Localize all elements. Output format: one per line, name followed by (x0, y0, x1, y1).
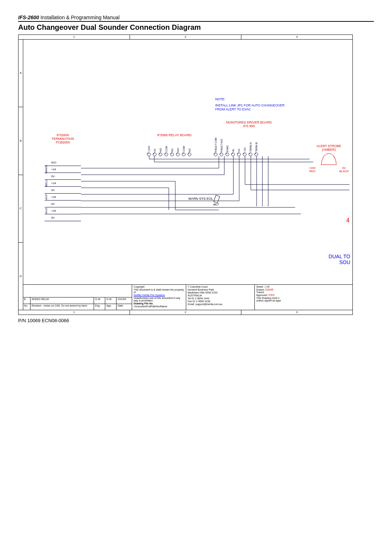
pin: TERM A (249, 137, 252, 156)
term-row: 0V (45, 187, 81, 194)
pin: NO (176, 137, 180, 156)
pin: AL (231, 137, 235, 156)
pin: NC (170, 137, 174, 156)
terminal-icon (254, 153, 258, 156)
dual-tone-label: DUAL TO SOU (328, 254, 350, 265)
bottom-ruler: 1 2 3 (19, 310, 352, 315)
note-heading: NOTE: (215, 97, 288, 101)
resistor-icon (213, 195, 220, 203)
term-row: 0V (45, 200, 81, 207)
section-title: Auto Changeover Dual Sounder Connection … (18, 23, 374, 32)
terminal-icon (225, 153, 229, 156)
term-row: ACF+24 (45, 194, 81, 200)
footer-partno: P/N 10069 ECN08-0066 (18, 318, 374, 323)
term-row: 0V (45, 214, 81, 221)
terminal-icon (249, 153, 252, 156)
terminal-icon (237, 153, 241, 156)
pin: COM (164, 137, 168, 156)
terminal-icon (220, 153, 223, 156)
pin: +24V (147, 137, 151, 156)
meta-block: Sheet: 1 Of: Drawn/ 23/8/05 Traced Appro… (255, 285, 352, 310)
ruler-col: 2 (130, 35, 241, 39)
ruler-col: 2 (130, 310, 241, 315)
driver-pin-strip: FAULT COM FAULT N/O EVAC AL 0V +24 TERM … (214, 137, 258, 156)
pin: 0V (237, 137, 241, 156)
diagram-content: NOTE: INSTALL LINK JP1 FOR AUTO CHANGEOV… (23, 39, 352, 310)
pin: +24 (243, 137, 246, 156)
term-row: N/O (45, 159, 81, 166)
term-row: 0V (45, 173, 81, 180)
terminal-icon (153, 153, 156, 156)
pin: FAULT N/O (220, 137, 223, 156)
ruler-row: B (19, 107, 23, 175)
note-block: NOTE: INSTALL LINK JP1 FOR AUTO CHANGEOV… (215, 97, 288, 111)
page-header: IFS-2600 Installation & Programming Manu… (18, 15, 374, 22)
term-row: BELL+24 (45, 180, 81, 187)
ruler-col: 3 (241, 35, 352, 39)
terminal-icon (170, 153, 174, 156)
strobe-pos: +24V RED (309, 166, 316, 173)
header-rest: Installation & Programming Manual (39, 15, 120, 20)
terminal-icon (188, 153, 191, 156)
pin: COM (182, 137, 185, 156)
pin: FAULT COM (214, 137, 217, 156)
title-block: B ADDED RELAY G.W. G.W. 23/1/04 No. Revi… (23, 284, 352, 310)
termination-header: IFS2600 TERMINATION PCB2004 (45, 134, 81, 145)
address-block: 7 Columbia Court, Norwest Business Park … (186, 285, 255, 310)
relay-board-label: IFS958 RELAY BOARD (157, 134, 192, 137)
copyright-block: Copyright This document is & shall remai… (132, 285, 186, 310)
terminal-icon (164, 153, 168, 156)
terminal-icon (231, 153, 235, 156)
page-ref-4: 4 (346, 217, 350, 224)
revision-table: B ADDED RELAY G.W. G.W. 23/1/04 No. Revi… (23, 285, 132, 310)
term-row: WARN+24 (45, 166, 81, 173)
terminal-icon (176, 153, 180, 156)
pin: NO (159, 137, 162, 156)
driver-board-label: MONITORED DRIVER BOARD IFS 993 (226, 121, 272, 128)
ruler-col: 1 (19, 310, 130, 315)
note-line: INSTALL LINK JP1 FOR AUTO CHANGEOVER FRO… (215, 104, 288, 112)
eol-label: WARN SYS EOL 4K7 (175, 195, 219, 206)
alert-strobe: ALERT STROBE (AMBER) +24V RED 0V BLACK (309, 145, 349, 173)
ruler-col: 3 (241, 310, 352, 315)
pin: TERM B (254, 137, 258, 156)
pin: 0V (153, 137, 156, 156)
strobe-icon (321, 153, 336, 165)
relay-pin-strip: +24V 0V NO COM NC NO COM NC (147, 137, 191, 156)
terminal-icon (147, 153, 151, 156)
ruler-row: D (19, 243, 23, 310)
pin: NC (188, 137, 191, 156)
drawing-frame: 1 2 3 A B C D (18, 35, 353, 315)
model-name: IFS-2600 (18, 15, 39, 20)
termination-block: N/O WARN+24 0V BELL+24 0V ACF+24 0V AUX+… (45, 159, 81, 221)
ruler-row: A (19, 39, 23, 107)
terminal-icon (159, 153, 162, 156)
strobe-neg: 0V BLACK (339, 166, 349, 173)
ruler-col: 1 (19, 35, 130, 39)
pin: EVAC (225, 137, 229, 156)
terminal-icon (243, 153, 246, 156)
terminal-icon (182, 153, 185, 156)
ruler-row: C (19, 175, 23, 243)
terminal-icon (214, 153, 217, 156)
term-row: AUX+24 (45, 207, 81, 214)
